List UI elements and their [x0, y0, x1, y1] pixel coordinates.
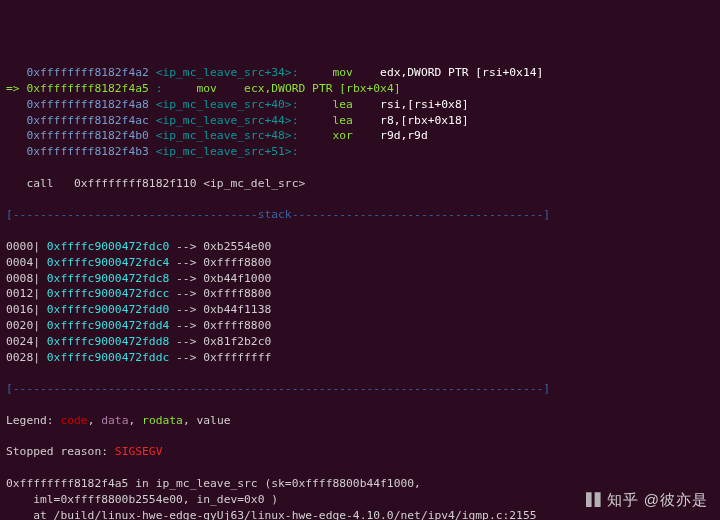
disasm-line: 0xffffffff8182f4b0 <ip_mc_leave_src+48>:… [6, 128, 714, 144]
disasm-line: 0xffffffff8182f4b3 <ip_mc_leave_src+51>: [6, 144, 714, 160]
stack-row: 0020| 0xffffc9000472fdd4 --> 0xffff8800 [6, 318, 714, 334]
disasm-line: => 0xffffffff8182f4a5 : mov ecx,DWORD PT… [6, 81, 714, 97]
section-divider-end: [---------------------------------------… [6, 381, 714, 397]
stack-row: 0016| 0xffffc9000472fdd0 --> 0xb44f1138 [6, 302, 714, 318]
stack-row: 0004| 0xffffc9000472fdc4 --> 0xffff8800 [6, 255, 714, 271]
disassembly-block: 0xffffffff8182f4a2 <ip_mc_leave_src+34>:… [6, 65, 714, 160]
stack-row: 0000| 0xffffc9000472fdc0 --> 0xb2554e00 [6, 239, 714, 255]
section-divider-stack: [------------------------------------sta… [6, 207, 714, 223]
context-line: 0xffffffff8182f4a5 in ip_mc_leave_src (s… [6, 476, 714, 492]
stack-row: 0028| 0xffffc9000472fddc --> 0xffffffff [6, 350, 714, 366]
stack-row: 0012| 0xffffc9000472fdcc --> 0xffff8800 [6, 286, 714, 302]
legend-line: Legend: code, data, rodata, value [6, 413, 714, 429]
stopped-reason: Stopped reason: SIGSEGV [6, 444, 714, 460]
stack-block: 0000| 0xffffc9000472fdc0 --> 0xb2554e000… [6, 239, 714, 365]
stack-row: 0008| 0xffffc9000472fdc8 --> 0xb44f1000 [6, 271, 714, 287]
disasm-line: 0xffffffff8182f4a2 <ip_mc_leave_src+34>:… [6, 65, 714, 81]
disasm-line: 0xffffffff8182f4a8 <ip_mc_leave_src+40>:… [6, 97, 714, 113]
disasm-tail: call 0xffffffff8182f110 <ip_mc_del_src> [6, 176, 714, 192]
context-line: at /build/linux-hwe-edge-gyUj63/linux-hw… [6, 508, 714, 521]
context-block: 0xffffffff8182f4a5 in ip_mc_leave_src (s… [6, 476, 714, 520]
stack-row: 0024| 0xffffc9000472fdd8 --> 0x81f2b2c0 [6, 334, 714, 350]
context-line: iml=0xffff8800b2554e00, in_dev=0x0 ) [6, 492, 714, 508]
disasm-line: 0xffffffff8182f4ac <ip_mc_leave_src+44>:… [6, 113, 714, 129]
